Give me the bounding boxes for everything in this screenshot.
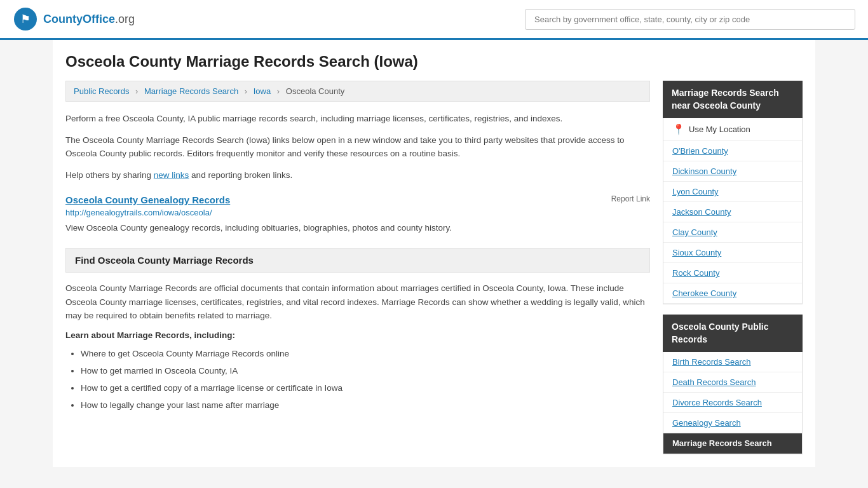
main-content: Public Records › Marriage Records Search… <box>65 81 650 454</box>
bullet-item-0: Where to get Osceola County Marriage Rec… <box>81 345 650 362</box>
sidebar-public-records-section: Osceola County Public Records Birth Reco… <box>663 315 803 454</box>
page-title: Osceola County Marriage Records Search (… <box>65 53 803 71</box>
intro-para2: The Osceola County Marriage Records Sear… <box>65 133 650 161</box>
bullet-list: Where to get Osceola County Marriage Rec… <box>65 345 650 414</box>
sidebar-public-records-header: Osceola County Public Records <box>663 315 803 352</box>
site-header: ⚑ CountyOffice.org <box>0 0 868 40</box>
main-wrapper: Osceola County Marriage Records Search (… <box>53 40 815 467</box>
breadcrumb-current: Osceola County <box>286 86 345 96</box>
intro-para3-prefix: Help others by sharing <box>65 170 154 180</box>
sidebar-nearby-header: Marriage Records Search near Osceola Cou… <box>663 81 803 118</box>
report-link[interactable]: Report Link <box>611 194 650 203</box>
record-title-link[interactable]: Osceola County Genealogy Records <box>65 194 230 205</box>
breadcrumb-public-records[interactable]: Public Records <box>74 86 129 96</box>
new-links-link[interactable]: new links <box>154 170 189 180</box>
sidebar-item-rock[interactable]: Rock County <box>663 263 802 283</box>
sidebar-marriage-records-active[interactable]: Marriage Records Search <box>663 433 802 454</box>
find-section-title: Find Osceola County Marriage Records <box>75 255 641 266</box>
bullet-item-2: How to get a certified copy of a marriag… <box>81 379 650 396</box>
search-input[interactable] <box>525 9 855 30</box>
logo-icon: ⚑ <box>13 6 38 32</box>
learn-heading: Learn about Marriage Records, including: <box>65 330 650 340</box>
record-entry-0: Osceola County Genealogy Records Report … <box>65 194 650 235</box>
sidebar-public-records-body: Birth Records Search Death Records Searc… <box>663 352 803 454</box>
sidebar-birth-records[interactable]: Birth Records Search <box>663 352 802 372</box>
intro-para1: Perform a free Osceola County, IA public… <box>65 112 650 126</box>
sidebar-item-obrien[interactable]: O'Brien County <box>663 141 802 161</box>
sidebar-item-clay[interactable]: Clay County <box>663 222 802 243</box>
record-description: View Osceola County genealogy records, i… <box>65 221 650 235</box>
sidebar-item-lyon[interactable]: Lyon County <box>663 182 802 202</box>
breadcrumb-iowa[interactable]: Iowa <box>254 86 271 96</box>
location-icon: 📍 <box>672 123 685 135</box>
logo-text: CountyOffice.org <box>43 13 135 26</box>
breadcrumb-sep-3: › <box>277 86 280 96</box>
use-my-location-item[interactable]: 📍 Use My Location <box>663 118 802 141</box>
sidebar-divorce-records[interactable]: Divorce Records Search <box>663 393 802 413</box>
bullet-item-3: How to legally change your last name aft… <box>81 396 650 414</box>
breadcrumb: Public Records › Marriage Records Search… <box>65 81 650 102</box>
sidebar-death-records[interactable]: Death Records Search <box>663 372 802 393</box>
record-url-link[interactable]: http://genealogytrails.com/iowa/osceola/ <box>65 208 650 217</box>
find-section-body: Osceola County Marriage Records are offi… <box>65 281 650 323</box>
record-title-row: Osceola County Genealogy Records Report … <box>65 194 650 205</box>
breadcrumb-sep-2: › <box>245 86 247 96</box>
sidebar-nearby-body: 📍 Use My Location O'Brien County Dickins… <box>663 118 803 304</box>
use-location-label: Use My Location <box>689 125 750 134</box>
sidebar-item-dickinson[interactable]: Dickinson County <box>663 161 802 182</box>
breadcrumb-marriage-records[interactable]: Marriage Records Search <box>144 86 238 96</box>
sidebar-item-cherokee[interactable]: Cherokee County <box>663 283 802 304</box>
svg-text:⚑: ⚑ <box>20 13 31 25</box>
logo-area: ⚑ CountyOffice.org <box>13 6 135 32</box>
sidebar-item-jackson[interactable]: Jackson County <box>663 202 802 222</box>
sidebar: Marriage Records Search near Osceola Cou… <box>663 81 803 454</box>
bullet-item-1: How to get married in Osceola County, IA <box>81 362 650 379</box>
breadcrumb-sep-1: › <box>135 86 138 96</box>
intro-para3: Help others by sharing new links and rep… <box>65 168 650 182</box>
sidebar-genealogy-search[interactable]: Genealogy Search <box>663 413 802 433</box>
intro-para3-suffix: and reporting broken links. <box>189 170 292 180</box>
find-section-header: Find Osceola County Marriage Records <box>65 248 650 273</box>
sidebar-item-sioux[interactable]: Sioux County <box>663 243 802 263</box>
content-layout: Public Records › Marriage Records Search… <box>65 81 803 454</box>
